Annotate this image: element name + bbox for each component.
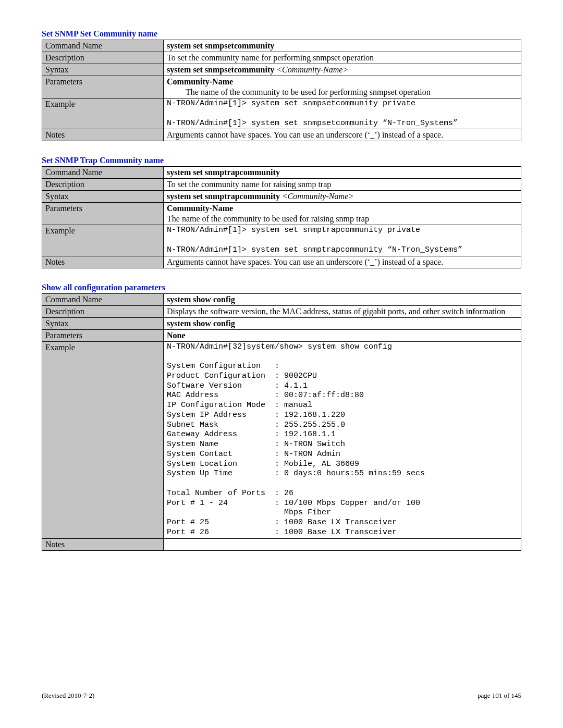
command-table: Command Name system show config Descript… xyxy=(42,293,521,551)
table-row: Notes Arguments cannot have spaces. You … xyxy=(42,129,521,141)
row-label: Syntax xyxy=(42,64,164,76)
row-value: N-TRON/Admin#[1]> system set snmptrapcom… xyxy=(164,225,521,256)
row-value: system set snmptrapcommunity xyxy=(164,167,521,179)
table-row: Example N-TRON/Admin#[32]system/show> sy… xyxy=(42,341,521,538)
row-value: system show config xyxy=(164,293,521,305)
row-label: Description xyxy=(42,305,164,317)
table-row: Command Name system set snmpsetcommunity xyxy=(42,40,521,52)
row-value: To set the community name for raising sn… xyxy=(164,179,521,191)
row-value: None xyxy=(164,329,521,341)
section-title: Show all configuration parameters xyxy=(42,283,521,292)
row-value: system show config xyxy=(164,317,521,329)
row-value xyxy=(164,538,521,550)
row-value: Arguments cannot have spaces. You can us… xyxy=(164,256,521,268)
table-row: Syntax system set snmptrapcommunity <Com… xyxy=(42,191,521,203)
row-value: Displays the software version, the MAC a… xyxy=(164,305,521,317)
row-label: Example xyxy=(42,341,164,538)
table-row: Syntax system set snmpsetcommunity <Comm… xyxy=(42,64,521,76)
row-label: Notes xyxy=(42,129,164,141)
command-table: Command Name system set snmptrapcommunit… xyxy=(42,166,521,268)
table-row: Notes Arguments cannot have spaces. You … xyxy=(42,256,521,268)
table-row: Notes xyxy=(42,538,521,550)
row-label: Syntax xyxy=(42,191,164,203)
table-row: Description Displays the software versio… xyxy=(42,305,521,317)
footer-right: page 101 of 145 xyxy=(478,692,521,700)
table-row: Example N-TRON/Admin#[1]> system set snm… xyxy=(42,225,521,256)
row-label: Command Name xyxy=(42,167,164,179)
document-page: Set SNMP Set Community name Command Name… xyxy=(0,0,563,728)
table-row: Parameters Community-Name The name of th… xyxy=(42,203,521,225)
row-label: Parameters xyxy=(42,203,164,225)
row-label: Description xyxy=(42,52,164,64)
row-label: Parameters xyxy=(42,76,164,98)
table-row: Example N-TRON/Admin#[1]> system set snm… xyxy=(42,98,521,129)
row-label: Parameters xyxy=(42,329,164,341)
row-label: Description xyxy=(42,179,164,191)
section-title: Set SNMP Set Community name xyxy=(42,29,521,39)
row-value: system set snmpsetcommunity xyxy=(164,40,521,52)
row-value: system set snmptrapcommunity <Community-… xyxy=(164,191,521,203)
row-label: Command Name xyxy=(42,293,164,305)
table-row: Description To set the community name fo… xyxy=(42,179,521,191)
table-row: Syntax system show config xyxy=(42,317,521,329)
row-label: Example xyxy=(42,98,164,129)
section-title: Set SNMP Trap Community name xyxy=(42,156,521,165)
row-value: Arguments cannot have spaces. You can us… xyxy=(164,129,521,141)
table-row: Parameters Community-Name The name of th… xyxy=(42,76,521,98)
row-label: Notes xyxy=(42,538,164,550)
table-row: Description To set the community name fo… xyxy=(42,52,521,64)
row-value: N-TRON/Admin#[32]system/show> system sho… xyxy=(164,341,521,538)
table-row: Command Name system show config xyxy=(42,293,521,305)
command-table: Command Name system set snmpsetcommunity… xyxy=(42,40,521,141)
row-value: N-TRON/Admin#[1]> system set snmpsetcomm… xyxy=(164,98,521,129)
row-label: Syntax xyxy=(42,317,164,329)
row-value: Community-Name The name of the community… xyxy=(164,76,521,98)
table-row: Command Name system set snmptrapcommunit… xyxy=(42,167,521,179)
table-row: Parameters None xyxy=(42,329,521,341)
page-footer: (Revised 2010-7-2) page 101 of 145 xyxy=(42,692,521,700)
row-label: Command Name xyxy=(42,40,164,52)
row-label: Notes xyxy=(42,256,164,268)
row-value: system set snmpsetcommunity <Community-N… xyxy=(164,64,521,76)
row-value: To set the community name for performing… xyxy=(164,52,521,64)
row-value: Community-Name The name of the community… xyxy=(164,203,521,225)
row-label: Example xyxy=(42,225,164,256)
footer-left: (Revised 2010-7-2) xyxy=(42,692,94,700)
